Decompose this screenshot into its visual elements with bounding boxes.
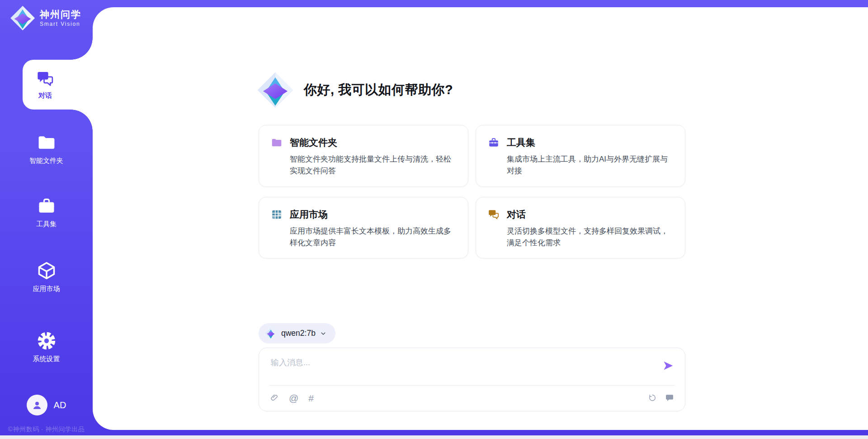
card-description: 应用市场提供丰富长文本模板，助力高效生成多样化文章内容 xyxy=(290,225,456,249)
sidebar-item-label: 工具集 xyxy=(36,220,57,229)
greeting-text: 你好, 我可以如何帮助你? xyxy=(304,81,453,99)
chevron-down-icon xyxy=(320,330,326,337)
history-button[interactable] xyxy=(648,393,657,402)
chat-icon xyxy=(36,70,54,88)
composer-divider xyxy=(269,385,675,386)
card-title: 工具集 xyxy=(507,136,535,149)
user-account[interactable]: AD xyxy=(0,395,93,415)
briefcase-icon xyxy=(488,137,500,148)
mention-button[interactable]: @ xyxy=(289,393,298,403)
bottom-edge xyxy=(0,435,868,439)
sidebar-item-label: 智能文件夹 xyxy=(29,157,63,165)
send-icon[interactable] xyxy=(662,360,674,372)
model-name: qwen2:7b xyxy=(281,329,316,338)
sidebar-item-label: 应用市场 xyxy=(33,285,60,293)
brand-subtitle: Smart Vision xyxy=(40,21,81,27)
person-icon xyxy=(31,399,43,411)
feature-cards: 智能文件夹 智能文件夹功能支持批量文件上传与清洗，轻松实现文件问答 工具集 集成… xyxy=(259,125,685,258)
brand-name: 神州问学 xyxy=(40,9,81,20)
cube-icon xyxy=(37,261,57,281)
card-description: 集成市场上主流工具，助力AI与外界无缝扩展与对接 xyxy=(507,153,673,177)
sidebar: 神州问学 Smart Vision 对话 智能文件夹 工具集 应用市场 系统设置 xyxy=(0,0,93,439)
comment-icon xyxy=(665,393,674,402)
new-chat-button[interactable] xyxy=(665,393,674,402)
avatar xyxy=(27,395,47,415)
sidebar-item-system-settings[interactable]: 系统设置 xyxy=(0,331,93,363)
card-toolset[interactable]: 工具集 集成市场上主流工具，助力AI与外界无缝扩展与对接 xyxy=(476,125,685,187)
sidebar-item-smart-folder[interactable]: 智能文件夹 xyxy=(0,133,93,165)
greeting: 你好, 我可以如何帮助你? xyxy=(257,72,453,109)
message-composer: @ # xyxy=(259,348,685,411)
card-title: 对话 xyxy=(507,208,526,221)
card-description: 智能文件夹功能支持批量文件上传与清洗，轻松实现文件问答 xyxy=(290,153,456,177)
sidebar-item-label: 系统设置 xyxy=(33,355,60,363)
sidebar-item-label: 对话 xyxy=(38,91,52,100)
message-input[interactable] xyxy=(270,356,650,382)
folder-icon xyxy=(37,133,57,153)
hashtag-button[interactable]: # xyxy=(308,393,314,403)
sidebar-item-chat-active[interactable]: 对话 xyxy=(23,60,93,110)
card-chat[interactable]: 对话 灵活切换多模型文件，支持多样回复效果调试，满足个性化需求 xyxy=(476,197,685,259)
card-description: 灵活切换多模型文件，支持多样回复效果调试，满足个性化需求 xyxy=(507,225,673,249)
sidebar-item-toolset[interactable]: 工具集 xyxy=(0,196,93,229)
sidebar-item-app-market[interactable]: 应用市场 xyxy=(0,261,93,293)
card-smart-folder[interactable]: 智能文件夹 智能文件夹功能支持批量文件上传与清洗，轻松实现文件问答 xyxy=(259,125,468,187)
assistant-diamond-logo-icon xyxy=(257,72,294,109)
brand[interactable]: 神州问学 Smart Vision xyxy=(10,5,81,31)
card-app-market[interactable]: 应用市场 应用市场提供丰富长文本模板，助力高效生成多样化文章内容 xyxy=(259,197,468,259)
paperclip-icon xyxy=(270,393,279,402)
attach-file-button[interactable] xyxy=(270,393,279,402)
card-title: 应用市场 xyxy=(290,208,328,221)
user-name: AD xyxy=(54,400,66,410)
history-icon xyxy=(648,393,657,402)
model-selector[interactable]: qwen2:7b xyxy=(259,323,335,344)
sidebar-footer-credit: ©神州数码 · 神州问学出品 xyxy=(0,425,93,434)
card-title: 智能文件夹 xyxy=(290,136,337,149)
grid-icon xyxy=(271,209,283,220)
gear-icon xyxy=(37,331,57,351)
toolbox-icon xyxy=(37,196,57,216)
model-diamond-logo-icon xyxy=(265,328,277,339)
app-window: 神州问学 Smart Vision 对话 智能文件夹 工具集 应用市场 系统设置 xyxy=(0,0,868,439)
brand-diamond-logo-icon xyxy=(10,5,35,31)
chat-icon xyxy=(488,209,500,220)
folder-icon xyxy=(271,137,283,148)
